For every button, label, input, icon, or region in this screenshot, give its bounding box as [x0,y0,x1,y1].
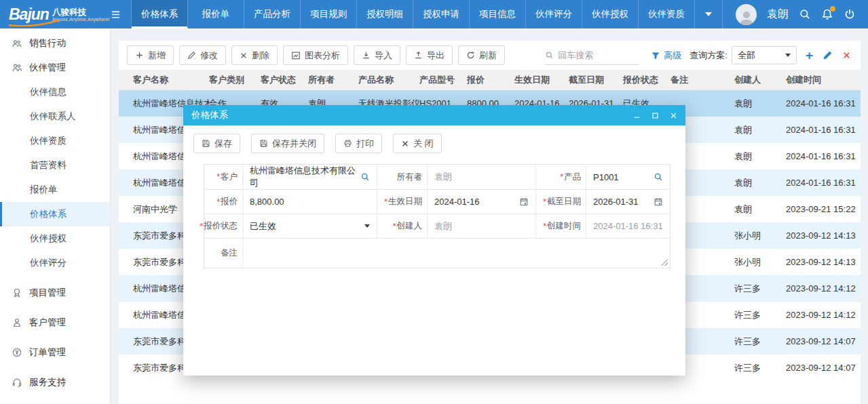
logout-button[interactable] [844,8,856,20]
notifications-button[interactable] [821,8,833,20]
column-header[interactable]: 所有者 [308,74,358,86]
cell-creator: 袁朗 [734,203,786,216]
chevron-down-icon[interactable] [364,224,370,228]
save-and-close-button[interactable]: 保存并关闭 [251,134,324,153]
maximize-button[interactable] [652,112,659,119]
remark-textarea[interactable] [242,238,670,268]
menu-toggle-button[interactable] [100,0,131,28]
column-header[interactable]: 创建人 [734,74,786,86]
advanced-label: 高级 [664,49,681,62]
print-button[interactable]: 打印 [335,134,382,153]
current-user-name[interactable]: 袁朗 [767,7,789,22]
column-header[interactable]: 报价 [467,74,514,86]
sidebar-item-partner-auth[interactable]: 伙伴授权 [0,226,110,251]
sidebar-item-project-mgmt[interactable]: 项目管理 [0,281,110,305]
add-button-label: 新增 [148,49,166,62]
created-time-value: 2024-01-16 16:31 [593,221,663,231]
cell-creator: 许三多 [734,309,786,321]
effective-date-field[interactable]: 2024-01-16 [427,189,535,214]
calendar-icon[interactable] [654,197,663,207]
product-field[interactable]: P1001 [586,165,670,189]
chart-analysis-button[interactable]: 图表分析 [283,45,348,65]
tab-partner-auth[interactable]: 伙伴授权 [582,0,638,28]
sidebar-item-label: 伙伴资质 [30,135,67,147]
floppy-icon [202,139,210,148]
sidebar-item-quotation[interactable]: 报价单 [0,178,110,202]
end-date-field[interactable]: 2026-01-31 [586,189,670,214]
column-header[interactable]: 产品名称 [358,74,419,86]
sidebar-item-customer-mgmt[interactable]: 客户管理 [0,310,110,335]
customer-field[interactable]: 杭州雷峰塔信息技术有限公司 [242,165,377,189]
close-dialog-button[interactable]: 关 闭 [393,134,442,153]
sidebar-item-partner-mgmt[interactable]: 伙伴管理 [0,56,110,80]
column-header[interactable]: 报价状态 [623,74,671,86]
tab-project-info[interactable]: 项目信息 [469,0,525,28]
resize-handle[interactable] [661,259,668,266]
search-icon [654,172,663,182]
cell-creator: 袁朗 [734,177,786,189]
sidebar-item-target-mgmt[interactable]: 目标管理 [0,400,110,404]
export-button[interactable]: 导出 [406,45,453,65]
column-header[interactable]: 产品型号 [419,74,467,86]
query-scheme-select[interactable]: 全部 [732,46,797,64]
column-header[interactable]: 客户状态 [261,74,308,86]
cell-created-time: 2023-09-12 14:07 [786,336,861,346]
customer-lookup-button[interactable] [360,172,370,182]
partners-icon [12,62,22,73]
column-header[interactable]: 截至日期 [569,74,623,86]
minimize-button[interactable] [633,112,641,119]
tab-partner-score[interactable]: 伙伴评分 [525,0,582,28]
sidebar-item-partner-score[interactable]: 伙伴评分 [0,251,110,275]
quote-status-select[interactable]: 已生效 [242,214,377,238]
save-button[interactable]: 保存 [193,134,240,153]
product-lookup-button[interactable] [654,172,663,182]
advanced-filter-button[interactable]: 高级 [651,49,681,62]
owner-value: 袁朗 [434,171,452,183]
edit-button-label: 修改 [200,49,218,62]
import-button[interactable]: 导入 [354,45,400,65]
edit-button[interactable]: 修改 [179,45,226,65]
app-logo: Bajun 八骏科技 Anyone,Anytime,Anywhere! [0,0,100,28]
column-header[interactable]: 客户名称 [133,74,209,86]
hamburger-icon [110,9,121,20]
delete-scheme-button[interactable] [842,51,851,60]
delete-button[interactable]: 删除 [231,45,278,65]
creator-label: *创建人 [377,214,427,238]
tab-auth-detail[interactable]: 授权明细 [356,0,413,28]
column-header[interactable]: 备注 [671,74,734,86]
sidebar-item-service-support[interactable]: 服务支持 [0,370,110,395]
required-mark: * [384,197,388,207]
refresh-icon [466,51,475,60]
calendar-icon[interactable] [519,197,529,207]
column-header[interactable]: 创建时间 [786,74,861,86]
edit-scheme-button[interactable] [823,50,833,60]
add-button[interactable]: 新增 [127,45,174,65]
close-button[interactable] [670,112,677,119]
column-header[interactable]: 生效日期 [514,74,569,86]
search-input[interactable] [558,50,639,60]
global-search-button[interactable] [799,8,811,20]
tab-product-analysis[interactable]: 产品分析 [244,0,300,28]
cell-created-time: 2024-01-16 16:31 [786,98,861,108]
sidebar-item-sales-action[interactable]: 销售行动 [0,31,110,56]
column-header[interactable]: 客户类别 [209,74,261,86]
tab-auth-apply[interactable]: 授权申请 [413,0,469,28]
person-icon [738,9,755,25]
refresh-button[interactable]: 刷新 [458,45,505,65]
tab-partner-qualification[interactable]: 伙伴资质 [638,0,694,28]
tab-quotation[interactable]: 报价单 [187,0,244,28]
sidebar-item-first-camp-data[interactable]: 首营资料 [0,153,110,178]
sidebar-item-partner-contacts[interactable]: 伙伴联系人 [0,104,110,129]
tabs-more-button[interactable] [694,0,723,28]
avatar[interactable] [736,4,757,25]
sidebar-item-partner-info[interactable]: 伙伴信息 [0,80,110,104]
sidebar-item-partner-qualification[interactable]: 伙伴资质 [0,129,110,153]
sidebar-item-price-system[interactable]: 价格体系 [0,202,110,226]
sidebar-item-order-mgmt[interactable]: 订单管理 [0,340,110,365]
cell-created-time: 2023-09-12 14:13 [786,257,861,267]
price-field[interactable]: 8,800.00 [242,189,377,214]
add-scheme-button[interactable]: + [806,49,813,62]
tab-price-system[interactable]: 价格体系 [131,0,187,28]
tab-project-rules[interactable]: 项目规则 [300,0,356,28]
dialog-titlebar[interactable]: 价格体系 [183,105,685,125]
